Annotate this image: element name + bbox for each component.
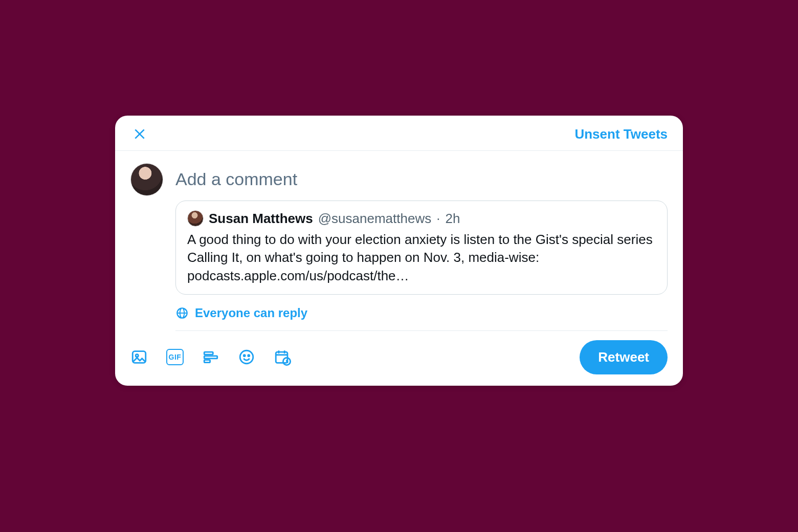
compose-modal: Unsent Tweets Susan Matthews @susanematt… [115,116,683,385]
svg-point-8 [243,355,245,357]
quoted-author-name: Susan Matthews [209,211,313,227]
avatar-column [130,163,166,330]
svg-rect-5 [204,356,217,359]
emoji-button[interactable] [238,348,255,366]
svg-rect-6 [204,360,210,363]
globe-icon [175,306,189,320]
poll-button[interactable] [202,348,219,366]
close-icon [133,127,146,141]
quoted-author-handle: @susanematthews [318,211,432,227]
media-button[interactable] [130,348,148,366]
retweet-button[interactable]: Retweet [580,340,668,374]
compose-body: Susan Matthews @susanematthews · 2h A go… [115,151,683,330]
schedule-button[interactable] [274,348,291,366]
user-avatar[interactable] [130,163,163,196]
reply-setting[interactable]: Everyone can reply [175,295,668,330]
svg-point-3 [136,354,138,357]
close-button[interactable] [130,125,149,143]
comment-input[interactable] [175,163,668,201]
quoted-separator: · [436,211,440,227]
gif-button[interactable]: GIF [166,348,184,366]
toolbar-icons: GIF [130,348,291,366]
svg-rect-4 [204,352,213,354]
quoted-avatar [187,210,204,227]
compose-toolbar: GIF Retweet [115,331,683,386]
gif-icon: GIF [166,349,184,365]
quoted-header: Susan Matthews @susanematthews · 2h [187,210,656,227]
poll-icon [202,348,219,366]
content-column: Susan Matthews @susanematthews · 2h A go… [166,163,668,330]
image-icon [130,348,148,366]
emoji-icon [238,348,255,366]
svg-point-9 [248,355,250,357]
quoted-timestamp: 2h [445,211,460,227]
svg-line-16 [287,362,289,362]
quoted-text: A good thing to do with your election an… [187,231,656,284]
reply-setting-label: Everyone can reply [195,306,307,320]
schedule-icon [274,348,291,366]
modal-header: Unsent Tweets [115,116,683,151]
quoted-tweet[interactable]: Susan Matthews @susanematthews · 2h A go… [175,201,668,294]
svg-point-7 [240,350,253,364]
unsent-tweets-link[interactable]: Unsent Tweets [574,126,668,142]
